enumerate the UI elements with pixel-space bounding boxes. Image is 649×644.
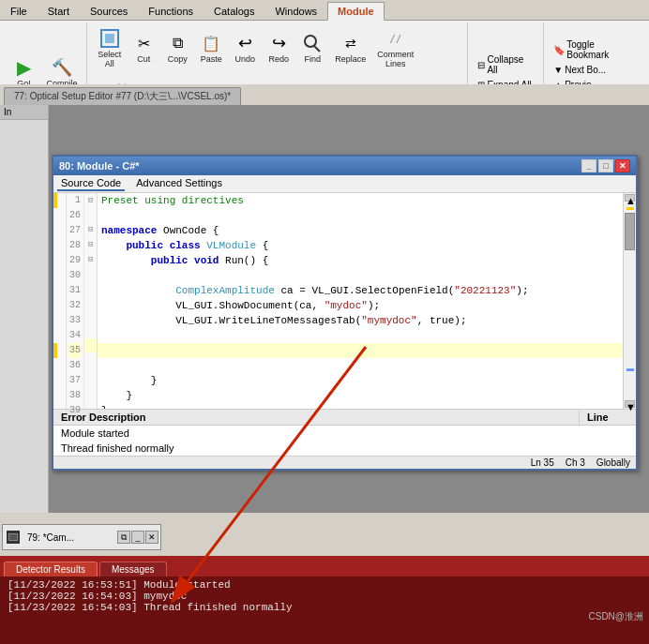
scroll-marker-top (626, 207, 634, 210)
paste-icon: 📋 (200, 32, 222, 54)
messages-content: [11/23/2022 16:53:51] Module started [11… (0, 577, 649, 644)
find-icon (301, 32, 324, 54)
outline-tab-label: In (4, 107, 11, 117)
watermark: CSDN@淮洲 (589, 610, 644, 623)
window-title: 80: Module - C#* (59, 160, 140, 172)
error-panel: Error Description Line Module started Th… (53, 409, 636, 456)
replace-button[interactable]: ⇄ Replace (330, 29, 370, 67)
redo-button[interactable]: ↪ Redo (263, 29, 294, 67)
replace-icon: ⇄ (340, 32, 362, 54)
cam-controls: ⧉ _ ✕ (115, 529, 160, 546)
error-row-2: Thread finished normally (53, 441, 636, 456)
code-line-32: VL_GUI.ShowDocument(ca, "mydoc"); (98, 298, 623, 313)
find-button[interactable]: Find (296, 29, 328, 67)
yellow-gutter (53, 193, 67, 409)
scope-status: Globally (596, 457, 630, 468)
advanced-settings-menu[interactable]: Advanced Settings (132, 176, 226, 191)
paste-label: Paste (201, 54, 222, 64)
code-editor-area: 1 26 27 28 29 30 31 32 33 34 35 36 37 38… (53, 193, 636, 409)
expand-28[interactable]: ⊟ (84, 237, 97, 252)
line-num-28: 28 (69, 238, 81, 253)
cam-close-btn[interactable]: ✕ (145, 531, 158, 544)
line-num-31: 31 (69, 283, 81, 298)
messages-label: Messages (112, 564, 155, 575)
close-button[interactable]: ✕ (615, 159, 630, 172)
tab-module[interactable]: Module (327, 2, 385, 21)
tab-file[interactable]: File (0, 2, 38, 20)
next-bookmark-icon: ▼ (553, 65, 563, 75)
window-titlebar: 80: Module - C#* _ □ ✕ (53, 157, 636, 175)
toggle-bookmark-icon: 🔖 (553, 45, 565, 55)
cam-window: 79: *Cam... ⧉ _ ✕ (2, 524, 161, 550)
vertical-scrollbar[interactable]: ▲ ▼ (623, 193, 636, 409)
expand-27[interactable]: ⊟ (84, 222, 97, 237)
line-num-36: 36 (69, 358, 81, 373)
cam-restore-btn[interactable]: ⧉ (117, 531, 130, 544)
code-line-27: namespace OwnCode { (98, 223, 623, 238)
line-num-27: 27 (69, 223, 81, 238)
detector-results-tab[interactable]: Detector Results (4, 562, 98, 577)
redo-label: Redo (268, 54, 289, 64)
select-all-label: SelectAll (98, 50, 121, 68)
copy-label: Copy (168, 54, 188, 64)
svg-point-2 (305, 36, 316, 47)
source-code-menu[interactable]: Source Code (57, 176, 125, 191)
tab-functions[interactable]: Functions (138, 2, 204, 20)
tab-sources[interactable]: Sources (80, 2, 138, 20)
cut-button[interactable]: ✂ Cut (128, 29, 159, 67)
toggle-bookmark-button[interactable]: 🔖 Toggle Bookmark (550, 37, 640, 62)
undo-icon: ↩ (234, 32, 256, 54)
copy-button[interactable]: ⧉ Copy (161, 29, 193, 67)
code-line-37: } (98, 373, 623, 388)
cam-min-btn[interactable]: _ (131, 531, 144, 544)
bottom-area: Detector Results Messages [11/23/2022 16… (0, 556, 649, 644)
line-num-26: 26 (69, 208, 81, 223)
code-line-28: public class VLModule { (98, 238, 623, 253)
minimize-button[interactable]: _ (581, 159, 596, 172)
module-window: 80: Module - C#* _ □ ✕ Source Code Advan… (52, 155, 638, 471)
code-line-33: VL_GUI.WriteLineToMessagesTab("mymydoc",… (98, 313, 623, 328)
tab-catalogs[interactable]: Catalogs (204, 2, 264, 20)
expand-29[interactable]: ⊟ (84, 252, 97, 267)
svg-line-3 (314, 46, 320, 52)
tab-windows[interactable]: Windows (264, 2, 327, 20)
copy-icon: ⧉ (166, 32, 189, 54)
toggle-bookmark-label: Toggle Bookmark (566, 39, 636, 60)
code-line-1: Preset using directives (98, 193, 623, 208)
code-content[interactable]: Preset using directives namespace OwnCod… (98, 193, 623, 409)
message-2: [11/23/2022 16:54:03] mymydoc (8, 591, 641, 602)
select-all-button[interactable]: SelectAll (93, 24, 126, 71)
scroll-down-btn[interactable]: ▼ (625, 400, 635, 408)
bottom-tab-bar: Detector Results Messages (0, 556, 649, 577)
messages-tab[interactable]: Messages (99, 562, 167, 577)
redo-icon: ↪ (267, 32, 290, 54)
outline-tab[interactable]: In (0, 105, 48, 120)
select-all-icon (98, 27, 121, 50)
char-status: Ch 3 (566, 457, 585, 468)
optical-setup-tab[interactable]: 77: Optical Setup Editor #77 (D:\大三\...\… (4, 87, 241, 105)
code-line-29: public void Run() { (98, 253, 623, 268)
code-line-38: } (98, 388, 623, 403)
comment-lines-button[interactable]: // CommentLines (372, 24, 418, 71)
error-header: Error Description Line (53, 410, 636, 426)
svg-rect-1 (105, 34, 114, 43)
comment-label: CommentLines (377, 50, 414, 68)
file-tab-bar: 77: Optical Setup Editor #77 (D:\大三\...\… (0, 84, 649, 105)
cam-icon (7, 531, 20, 544)
cut-icon: ✂ (132, 32, 155, 54)
next-bookmark-button[interactable]: ▼ Next Bo... (550, 63, 610, 77)
tab-start[interactable]: Start (38, 2, 80, 20)
code-line-30 (98, 268, 623, 283)
scroll-thumb[interactable] (625, 213, 635, 250)
line-num-1: 1 (69, 193, 81, 208)
collapse-all-button[interactable]: ⊟ Collapse All (474, 52, 537, 77)
scroll-up-btn[interactable]: ▲ (625, 194, 635, 202)
code-line-39: } (98, 403, 623, 409)
undo-button[interactable]: ↩ Undo (229, 29, 261, 67)
optical-setup-tab-label: 77: Optical Setup Editor #77 (D:\大三\...\… (14, 90, 231, 103)
replace-label: Replace (335, 54, 366, 64)
cam-title: 79: *Cam... (23, 532, 115, 543)
paste-button[interactable]: 📋 Paste (195, 29, 227, 67)
expand-1[interactable]: ⊟ (84, 193, 97, 208)
restore-button[interactable]: □ (598, 159, 613, 172)
